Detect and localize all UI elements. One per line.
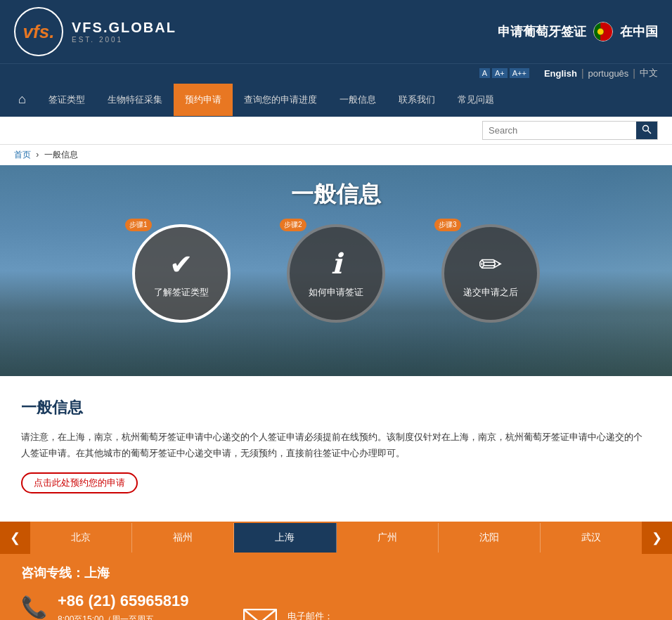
nav-visa-types[interactable]: 签证类型: [37, 84, 96, 116]
font-size-a-plus[interactable]: A+: [492, 68, 508, 78]
contact-phone-block: 📞 +86 (21) 65965819 8:00至15:00（周一至周五，周六日…: [21, 592, 201, 620]
lang-divider-2: |: [633, 67, 635, 79]
contact-email-block: 电子邮件： infosha.porcn@vfshelpline.com: [243, 592, 447, 620]
portugal-flag: [593, 22, 613, 41]
section-text: 请注意，在上海，南京，杭州葡萄牙签证申请中心递交的个人签证申请必须提前在线预约。…: [21, 429, 651, 462]
search-input[interactable]: [483, 122, 636, 139]
phone-number: +86 (21) 65965819: [58, 592, 201, 610]
phone-detail: 8:00至15:00（周一至周五，周六日及国定节假日除外）如遇忙线，请通过右侧邮…: [58, 613, 201, 620]
appointment-link[interactable]: 点击此处预约您的申请: [21, 472, 138, 493]
search-bar-row: [0, 117, 672, 145]
city-tab-fuzhou[interactable]: 福州: [132, 523, 234, 553]
logo-name: VFS.GLOBAL: [72, 20, 176, 36]
nav-faq[interactable]: 常见问题: [446, 84, 505, 116]
nav-home[interactable]: ⌂: [7, 82, 37, 117]
svg-rect-5: [244, 609, 276, 620]
step-2[interactable]: 步骤2 ℹ 如何申请签证: [287, 224, 385, 323]
logo-est: EST. 2001: [72, 36, 176, 44]
contact-row: 📞 +86 (21) 65965819 8:00至15:00（周一至周五，周六日…: [21, 592, 651, 620]
city-prev-button[interactable]: ❮: [0, 522, 30, 554]
contact-section: 咨询专线：上海 📞 +86 (21) 65965819 8:00至15:00（周…: [0, 554, 672, 620]
city-tabs: ❮ 北京 福州 上海 广州 沈阳 武汉 ❯: [0, 522, 672, 554]
svg-line-4: [648, 131, 652, 134]
step-1-circle[interactable]: ✔ 了解签证类型: [132, 224, 231, 323]
lang-divider-1: |: [581, 67, 584, 79]
city-next-button[interactable]: ❯: [642, 522, 672, 554]
apply-text: 申请葡萄牙签证: [498, 23, 586, 40]
font-size-a-plus-plus[interactable]: A++: [510, 68, 529, 78]
svg-point-2: [597, 28, 604, 34]
lang-portuguese[interactable]: português: [588, 68, 629, 79]
search-wrapper: [482, 121, 658, 140]
logo-vfs: vfs.: [23, 21, 55, 43]
city-tab-shenyang[interactable]: 沈阳: [439, 523, 541, 553]
svg-point-3: [643, 126, 649, 131]
hero-section: 一般信息 步骤1 ✔ 了解签证类型 步骤2 ℹ 如何申请签证 步骤3 ✏ 递交申: [0, 165, 672, 376]
search-button[interactable]: [636, 122, 657, 139]
envelope-icon: [243, 609, 277, 620]
logo-text-block: VFS.GLOBAL EST. 2001: [72, 20, 176, 44]
nav-bar: ⌂ 签证类型 生物特征采集 预约申请 查询您的申请进度 一般信息 联系我们 常见…: [0, 82, 672, 117]
section-title: 一般信息: [21, 397, 651, 418]
country-text: 在中国: [620, 23, 658, 40]
step-3-icon: ✏: [479, 248, 503, 280]
nav-biometric[interactable]: 生物特征采集: [96, 84, 174, 116]
step-2-circle[interactable]: ℹ 如何申请签证: [287, 224, 385, 323]
step-1-icon: ✔: [169, 248, 193, 280]
header: vfs. VFS.GLOBAL EST. 2001 申请葡萄牙签证 在中国: [0, 0, 672, 63]
lang-chinese[interactable]: 中文: [640, 67, 658, 79]
lang-english[interactable]: English: [544, 68, 577, 79]
step-3-badge: 步骤3: [434, 219, 461, 231]
city-tab-beijing[interactable]: 北京: [30, 523, 132, 553]
step-2-label: 如何申请签证: [309, 286, 363, 299]
step-3[interactable]: 步骤3 ✏ 递交申请之后: [441, 224, 540, 323]
breadcrumb-home[interactable]: 首页: [14, 150, 31, 160]
step-2-icon: ℹ: [331, 247, 342, 280]
step-3-label: 递交申请之后: [463, 286, 518, 299]
phone-icon: 📞: [21, 595, 47, 619]
logo-circle: vfs.: [14, 7, 63, 56]
email-label: 电子邮件：: [287, 610, 447, 620]
breadcrumb: 首页 › 一般信息: [0, 145, 672, 165]
header-right: 申请葡萄牙签证 在中国: [498, 22, 658, 41]
step-3-circle[interactable]: ✏ 递交申请之后: [441, 224, 540, 323]
city-tab-wuhan[interactable]: 武汉: [541, 523, 642, 553]
step-1-badge: 步骤1: [125, 219, 152, 231]
font-size-a[interactable]: A: [479, 68, 490, 78]
content-section: 一般信息 请注意，在上海，南京，杭州葡萄牙签证申请中心递交的个人签证申请必须提前…: [0, 376, 672, 508]
nav-general-info[interactable]: 一般信息: [328, 84, 387, 116]
nav-appointment[interactable]: 预约申请: [174, 84, 233, 116]
breadcrumb-separator: ›: [36, 150, 39, 160]
language-bar: A A+ A++ English | português | 中文: [0, 63, 672, 82]
step-2-badge: 步骤2: [280, 219, 306, 231]
step-1[interactable]: 步骤1 ✔ 了解签证类型: [132, 224, 231, 323]
steps-row: 步骤1 ✔ 了解签证类型 步骤2 ℹ 如何申请签证 步骤3 ✏ 递交申请之后: [132, 224, 540, 323]
nav-track[interactable]: 查询您的申请进度: [233, 84, 328, 116]
breadcrumb-current: 一般信息: [44, 150, 78, 160]
contact-title: 咨询专线：上海: [21, 564, 651, 581]
city-tab-shanghai[interactable]: 上海: [234, 523, 336, 553]
font-size-controls: A A+ A++: [479, 68, 529, 78]
city-tab-guangzhou[interactable]: 广州: [337, 523, 439, 553]
nav-contact[interactable]: 联系我们: [387, 84, 446, 116]
step-1-label: 了解签证类型: [154, 286, 209, 299]
hero-title: 一般信息: [291, 179, 381, 210]
